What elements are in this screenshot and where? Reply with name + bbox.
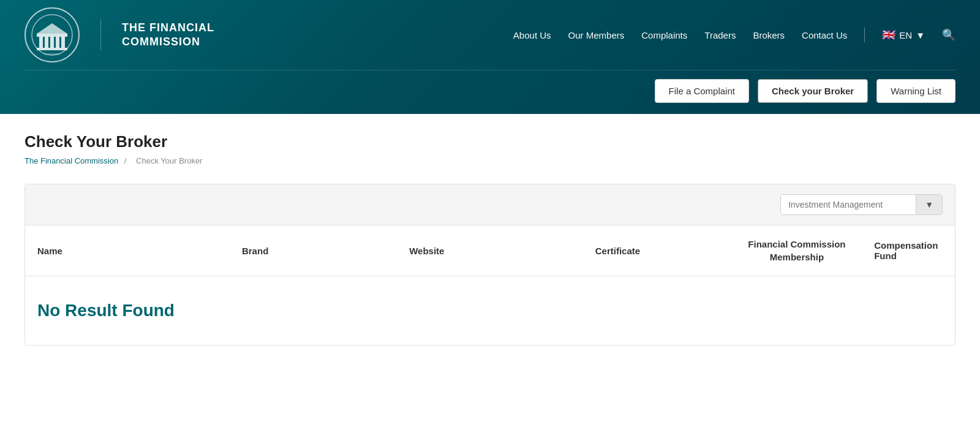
breadcrumb-separator: /	[124, 156, 127, 165]
col-header-fund: Compensation Fund	[862, 225, 955, 276]
svg-rect-6	[37, 34, 67, 37]
svg-marker-7	[37, 23, 67, 34]
logo-area: Commission THE FINANCIAL COMMISSION	[24, 7, 214, 62]
col-header-name: Name	[25, 225, 230, 276]
nav-complaints[interactable]: Complaints	[641, 30, 687, 40]
main-content: Check Your Broker The Financial Commissi…	[0, 114, 980, 370]
file-complaint-button[interactable]: File a Complaint	[655, 79, 749, 103]
check-broker-button[interactable]: Check your Broker	[758, 79, 868, 103]
svg-text:Commission: Commission	[43, 52, 61, 56]
col-header-membership: Financial CommissionMembership	[732, 225, 862, 276]
main-nav: About Us Our Members Complaints Traders …	[513, 28, 956, 42]
svg-rect-2	[45, 37, 48, 48]
svg-rect-8	[37, 48, 67, 50]
language-selector[interactable]: 🇬🇧 EN ▼	[882, 28, 925, 42]
flag-icon: 🇬🇧	[882, 28, 895, 42]
page-title: Check Your Broker	[24, 132, 956, 151]
col-header-website: Website	[397, 225, 583, 276]
logo-icon: Commission	[24, 7, 80, 62]
logo-divider	[100, 20, 101, 50]
logo-text: THE FINANCIAL COMMISSION	[122, 21, 214, 50]
search-button[interactable]: 🔍	[942, 28, 956, 42]
broker-table: Name Brand Website Certificate Financial…	[25, 225, 955, 345]
svg-rect-3	[50, 37, 54, 48]
lang-label: EN	[899, 30, 912, 40]
filter-input[interactable]	[781, 195, 916, 214]
filter-dropdown[interactable]: ▼	[780, 194, 943, 215]
chevron-down-icon: ▼	[925, 200, 933, 210]
breadcrumb-home[interactable]: The Financial Commission	[24, 156, 118, 165]
no-result-text: No Result Found	[37, 301, 943, 320]
col-header-certificate: Certificate	[583, 225, 732, 276]
nav-traders[interactable]: Traders	[704, 30, 736, 40]
breadcrumb: The Financial Commission / Check Your Br…	[24, 156, 956, 165]
nav-about-us[interactable]: About Us	[513, 30, 551, 40]
header-top: Commission THE FINANCIAL COMMISSION Abou…	[24, 0, 956, 67]
header: Commission THE FINANCIAL COMMISSION Abou…	[0, 0, 980, 114]
table-section: ▼ Name Brand Website Certificate Financi…	[24, 184, 956, 346]
table-body: No Result Found	[25, 276, 955, 346]
table-header: Name Brand Website Certificate Financial…	[25, 225, 955, 276]
col-header-brand: Brand	[230, 225, 397, 276]
nav-our-members[interactable]: Our Members	[568, 30, 625, 40]
svg-rect-5	[61, 37, 65, 48]
no-result-row: No Result Found	[25, 276, 955, 346]
breadcrumb-current: Check Your Broker	[136, 156, 202, 165]
svg-rect-4	[56, 37, 59, 48]
dropdown-arrow-button[interactable]: ▼	[916, 195, 942, 214]
search-icon: 🔍	[942, 28, 956, 42]
warning-list-button[interactable]: Warning List	[876, 79, 956, 103]
nav-divider	[864, 28, 865, 42]
nav-brokers[interactable]: Brokers	[753, 30, 785, 40]
svg-rect-1	[39, 37, 43, 48]
nav-contact-us[interactable]: Contact Us	[802, 30, 847, 40]
table-toolbar: ▼	[25, 184, 955, 225]
lang-chevron-icon: ▼	[916, 30, 925, 40]
header-bottom: File a Complaint Check your Broker Warni…	[24, 70, 956, 114]
